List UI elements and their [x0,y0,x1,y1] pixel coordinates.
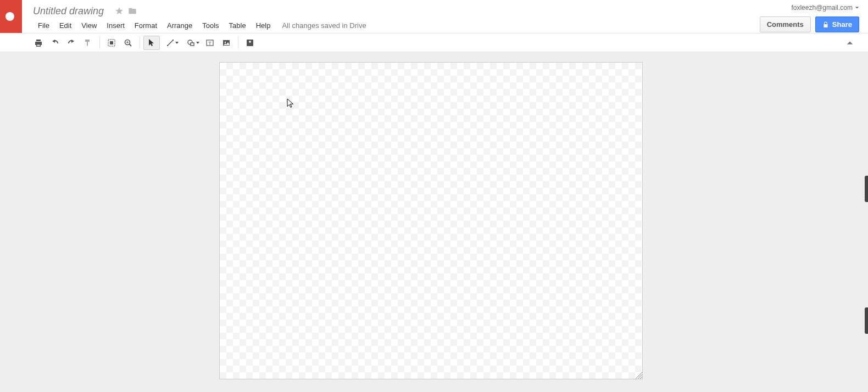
svg-line-19 [638,374,642,379]
account-menu[interactable]: foxleezh@gmail.com [791,2,859,13]
comment-icon [246,38,254,47]
zoom-icon [124,38,132,47]
share-label: Share [832,20,852,29]
side-panel-tab-bottom[interactable] [865,307,868,334]
image-icon [222,38,231,47]
textbox-icon [205,38,214,47]
work-area [0,52,868,392]
textbox-tool[interactable] [202,36,218,50]
insert-comment-button[interactable] [242,36,258,50]
side-panel-tab-top[interactable] [865,176,868,202]
folder-icon[interactable] [128,7,137,15]
undo-button[interactable] [47,36,63,50]
canvas-resize-handle[interactable] [635,371,642,379]
svg-line-20 [640,377,642,379]
zoom-button[interactable] [120,36,136,50]
fit-icon [107,38,116,47]
redo-icon [67,38,76,47]
document-title[interactable]: Untitled drawing [33,5,104,17]
menu-bar: FileEditViewInsertFormatArrangeToolsTabl… [33,18,868,33]
collapse-toolbar-button[interactable] [843,36,857,50]
account-email: foxleezh@gmail.com [791,4,853,12]
line-icon [166,38,175,47]
paint-icon [84,38,92,47]
menu-view[interactable]: View [76,19,102,32]
cursor-icon [147,38,156,47]
line-tool[interactable] [160,36,181,50]
save-status: All changes saved in Drive [282,21,366,30]
image-tool[interactable] [218,36,235,50]
shape-icon [187,38,196,47]
comments-button[interactable]: Comments [760,16,811,32]
select-tool[interactable] [143,36,160,50]
chevron-up-icon [846,39,854,47]
paint-format-button[interactable] [80,36,96,50]
print-icon [34,38,43,47]
toolbar-separator [99,37,100,49]
menu-insert[interactable]: Insert [102,19,130,32]
menu-tools[interactable]: Tools [197,19,224,32]
menu-help[interactable]: Help [251,19,276,32]
menu-arrange[interactable]: Arrange [162,19,197,32]
star-icon[interactable] [115,7,124,15]
toolbar-separator [238,37,238,49]
menu-format[interactable]: Format [130,19,162,32]
menu-table[interactable]: Table [224,19,251,32]
redo-button[interactable] [63,36,80,50]
menu-edit[interactable]: Edit [54,19,76,32]
share-button[interactable]: Share [815,16,859,32]
menu-file[interactable]: File [33,19,54,32]
drawing-canvas[interactable] [219,62,643,379]
app-logo[interactable] [0,0,22,33]
lock-icon [822,21,829,28]
undo-icon [51,38,59,47]
print-button[interactable] [30,36,47,50]
toolbar-separator [140,37,140,49]
zoom-fit-button[interactable] [103,36,120,50]
shape-tool[interactable] [181,36,202,50]
chevron-down-icon [855,5,859,10]
